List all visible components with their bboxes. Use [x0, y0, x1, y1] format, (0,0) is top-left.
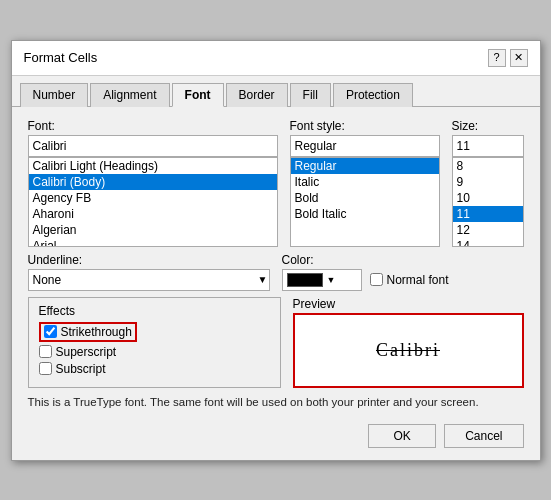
font-size-input[interactable]	[452, 135, 524, 157]
font-size-listbox[interactable]: 8 9 10 11 12 14	[452, 157, 524, 247]
normal-font-label: Normal font	[387, 273, 449, 287]
color-col: Color: ▼ Normal font	[282, 253, 524, 291]
color-arrow-icon: ▼	[327, 275, 336, 285]
list-item[interactable]: Aharoni	[29, 206, 277, 222]
effects-box: Effects Strikethrough Superscript Subscr…	[28, 297, 281, 388]
list-item[interactable]: Calibri Light (Headings)	[29, 158, 277, 174]
strikethrough-row: Strikethrough	[39, 322, 270, 342]
preview-section: Preview Calibri	[293, 297, 524, 388]
strikethrough-box: Strikethrough	[39, 322, 137, 342]
strikethrough-checkbox[interactable]	[44, 325, 57, 338]
title-bar: Format Cells ? ✕	[12, 41, 540, 76]
list-item[interactable]: Bold	[291, 190, 439, 206]
cancel-button[interactable]: Cancel	[444, 424, 523, 448]
underline-col: Underline: None Single Double ▼	[28, 253, 270, 291]
strikethrough-label: Strikethrough	[61, 325, 132, 339]
preview-label: Preview	[293, 297, 524, 311]
list-item-selected[interactable]: Regular	[291, 158, 439, 174]
dialog-content: Font: Calibri Light (Headings) Calibri (…	[12, 107, 540, 460]
color-swatch	[287, 273, 323, 287]
superscript-label: Superscript	[56, 345, 117, 359]
list-item[interactable]: 8	[453, 158, 523, 174]
subscript-label: Subscript	[56, 362, 106, 376]
underline-color-row: Underline: None Single Double ▼ Color: ▼	[28, 253, 524, 291]
font-size-col: Size: 8 9 10 11 12 14	[452, 119, 524, 247]
normal-font-checkbox[interactable]	[370, 273, 383, 286]
list-item[interactable]: 9	[453, 174, 523, 190]
font-col: Font: Calibri Light (Headings) Calibri (…	[28, 119, 278, 247]
color-label: Color:	[282, 253, 524, 267]
dialog-title: Format Cells	[24, 50, 98, 65]
button-row: OK Cancel	[28, 420, 524, 450]
superscript-row: Superscript	[39, 345, 270, 359]
tab-protection[interactable]: Protection	[333, 83, 413, 107]
list-item[interactable]: Agency FB	[29, 190, 277, 206]
info-text: This is a TrueType font. The same font w…	[28, 396, 524, 408]
preview-box: Calibri	[293, 313, 524, 388]
subscript-checkbox[interactable]	[39, 362, 52, 375]
font-label: Font:	[28, 119, 278, 133]
font-style-label: Font style:	[290, 119, 440, 133]
tab-alignment[interactable]: Alignment	[90, 83, 169, 107]
effects-preview-section: Effects Strikethrough Superscript Subscr…	[28, 297, 524, 388]
tab-fill[interactable]: Fill	[290, 83, 331, 107]
list-item[interactable]: Algerian	[29, 222, 277, 238]
tab-border[interactable]: Border	[226, 83, 288, 107]
underline-select[interactable]: None Single Double	[28, 269, 270, 291]
superscript-checkbox[interactable]	[39, 345, 52, 358]
font-row: Font: Calibri Light (Headings) Calibri (…	[28, 119, 524, 247]
font-input[interactable]	[28, 135, 278, 157]
close-button[interactable]: ✕	[510, 49, 528, 67]
font-style-col: Font style: Regular Italic Bold Bold Ita…	[290, 119, 440, 247]
font-style-listbox[interactable]: Regular Italic Bold Bold Italic	[290, 157, 440, 247]
normal-font-check: Normal font	[370, 273, 449, 287]
font-listbox[interactable]: Calibri Light (Headings) Calibri (Body) …	[28, 157, 278, 247]
tab-font[interactable]: Font	[172, 83, 224, 107]
color-picker[interactable]: ▼	[282, 269, 362, 291]
list-item-selected[interactable]: Calibri (Body)	[29, 174, 277, 190]
format-cells-dialog: Format Cells ? ✕ Number Alignment Font B…	[11, 40, 541, 461]
tabs-row: Number Alignment Font Border Fill Protec…	[12, 76, 540, 107]
list-item[interactable]: Arial	[29, 238, 277, 247]
list-item[interactable]: Bold Italic	[291, 206, 439, 222]
effects-title: Effects	[39, 304, 270, 318]
font-size-label: Size:	[452, 119, 524, 133]
list-item[interactable]: 12	[453, 222, 523, 238]
tab-number[interactable]: Number	[20, 83, 89, 107]
subscript-row: Subscript	[39, 362, 270, 376]
title-bar-controls: ? ✕	[488, 49, 528, 67]
underline-select-wrapper: None Single Double ▼	[28, 269, 270, 291]
list-item[interactable]: Italic	[291, 174, 439, 190]
list-item[interactable]: 10	[453, 190, 523, 206]
font-style-input[interactable]	[290, 135, 440, 157]
list-item[interactable]: 14	[453, 238, 523, 247]
list-item-selected[interactable]: 11	[453, 206, 523, 222]
underline-label: Underline:	[28, 253, 270, 267]
ok-button[interactable]: OK	[368, 424, 436, 448]
preview-text: Calibri	[376, 340, 440, 361]
color-inline: ▼ Normal font	[282, 269, 524, 291]
help-button[interactable]: ?	[488, 49, 506, 67]
